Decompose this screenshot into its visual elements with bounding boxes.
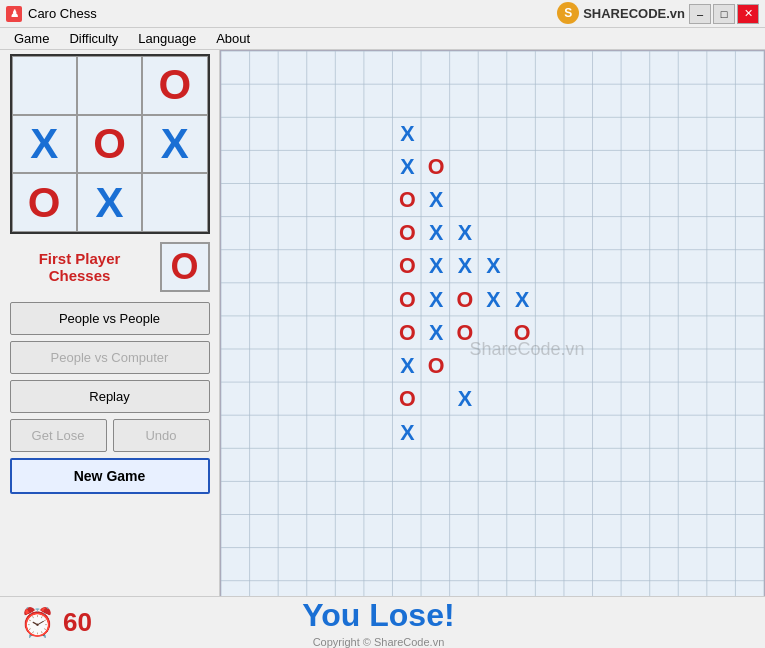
- button-panel: People vs People People vs Computer Repl…: [10, 302, 210, 494]
- piece-5: O: [392, 219, 422, 249]
- replay-button[interactable]: Replay: [10, 380, 210, 413]
- left-panel: O X O X O X First PlayerChesses O People…: [0, 50, 220, 648]
- sharecode-label: SHARECODE.vn: [583, 6, 685, 21]
- timer-section: ⏰ 60: [20, 606, 92, 639]
- piece-14: O: [450, 285, 480, 315]
- get-lose-undo-row: Get Lose Undo: [10, 419, 210, 452]
- piece-17: O: [392, 318, 422, 348]
- piece-18: X: [421, 318, 451, 348]
- board-preview: O X O X O X: [10, 54, 210, 234]
- new-game-button[interactable]: New Game: [10, 458, 210, 494]
- menu-language[interactable]: Language: [128, 28, 206, 49]
- sharecode-badge: S SHARECODE.vn: [557, 2, 685, 24]
- piece-6: X: [421, 219, 451, 249]
- piece-20: O: [507, 318, 537, 348]
- grid-svg: [221, 51, 764, 647]
- piece-7: X: [450, 219, 480, 249]
- bottom-bar: ⏰ 60 You Lose! Copyright © ShareCode.vn: [0, 596, 765, 648]
- main-layout: O X O X O X First PlayerChesses O People…: [0, 50, 765, 648]
- piece-3: O: [392, 186, 422, 216]
- preview-cell-8: [142, 173, 207, 232]
- game-board-container: XXOOXOXXOXXXOXOXXOXOOXOOXX ShareCode.vn: [220, 50, 765, 648]
- preview-cell-6: O: [12, 173, 77, 232]
- preview-cell-3: X: [12, 115, 77, 174]
- get-lose-button[interactable]: Get Lose: [10, 419, 107, 452]
- piece-9: X: [421, 252, 451, 282]
- menu-game[interactable]: Game: [4, 28, 59, 49]
- piece-11: X: [479, 252, 509, 282]
- people-vs-computer-button[interactable]: People vs Computer: [10, 341, 210, 374]
- first-player-label: First PlayerChesses: [10, 250, 150, 284]
- piece-23: O: [392, 385, 422, 415]
- first-player-section: First PlayerChesses O: [10, 242, 210, 292]
- copyright: Copyright © ShareCode.vn: [302, 636, 454, 648]
- piece-13: X: [421, 285, 451, 315]
- clock-icon: ⏰: [20, 606, 55, 639]
- preview-cell-7: X: [77, 173, 142, 232]
- maximize-button[interactable]: □: [713, 4, 735, 24]
- you-lose-text: You Lose! Copyright © ShareCode.vn: [302, 597, 454, 648]
- title-bar-controls: – □ ✕: [689, 4, 759, 24]
- people-vs-people-button[interactable]: People vs People: [10, 302, 210, 335]
- piece-12: O: [392, 285, 422, 315]
- minimize-button[interactable]: –: [689, 4, 711, 24]
- close-button[interactable]: ✕: [737, 4, 759, 24]
- piece-15: X: [479, 285, 509, 315]
- undo-button[interactable]: Undo: [113, 419, 210, 452]
- piece-10: X: [450, 252, 480, 282]
- piece-21: X: [392, 352, 422, 382]
- piece-0: X: [392, 119, 422, 149]
- piece-22: O: [421, 352, 451, 382]
- piece-4: X: [421, 186, 451, 216]
- title-bar-left: ♟ Caro Chess: [6, 6, 97, 22]
- menu-about[interactable]: About: [206, 28, 260, 49]
- piece-16: X: [507, 285, 537, 315]
- piece-19: O: [450, 318, 480, 348]
- first-player-icon: O: [160, 242, 210, 292]
- preview-cell-4: O: [77, 115, 142, 174]
- menu-bar: Game Difficulty Language About: [0, 28, 765, 50]
- preview-cell-1: [77, 56, 142, 115]
- app-icon: ♟: [6, 6, 22, 22]
- preview-cell-5: X: [142, 115, 207, 174]
- piece-8: O: [392, 252, 422, 282]
- piece-1: X: [392, 152, 422, 182]
- preview-cell-2: O: [142, 56, 207, 115]
- timer-value: 60: [63, 607, 92, 638]
- piece-2: O: [421, 152, 451, 182]
- preview-cell-0: [12, 56, 77, 115]
- piece-25: X: [392, 418, 422, 448]
- piece-24: X: [450, 385, 480, 415]
- menu-difficulty[interactable]: Difficulty: [59, 28, 128, 49]
- app-title: Caro Chess: [28, 6, 97, 21]
